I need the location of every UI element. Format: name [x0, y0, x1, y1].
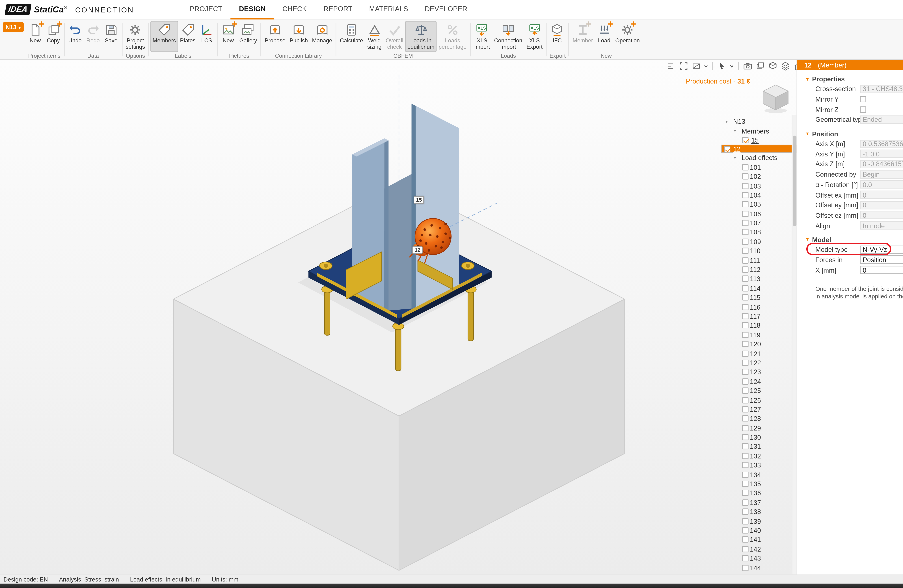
tree-load-effect-116[interactable]: 116: [721, 302, 796, 312]
load-effect-checkbox[interactable]: [742, 359, 749, 366]
load-effect-checkbox[interactable]: [742, 406, 749, 412]
viewport-3d[interactable]: Production cost - 31 € 15 12: [0, 60, 797, 575]
tree-load-effect-139[interactable]: 139: [721, 516, 796, 526]
ribbon-button-loads-xls-export[interactable]: XLSExport: [524, 21, 545, 52]
ribbon-button-pictures-new[interactable]: New: [219, 21, 237, 52]
tree-load-effect-114[interactable]: 114: [721, 284, 796, 293]
ribbon-button-labels-members[interactable]: Members: [151, 21, 178, 52]
tree-load-effect-111[interactable]: 111: [721, 256, 796, 265]
load-effect-checkbox[interactable]: [742, 369, 749, 375]
tree-load-effect-130[interactable]: 130: [721, 433, 796, 442]
load-effect-checkbox[interactable]: [742, 462, 749, 468]
load-effect-checkbox[interactable]: [742, 555, 749, 561]
load-effect-checkbox[interactable]: [742, 387, 749, 394]
load-effect-checkbox[interactable]: [742, 397, 749, 403]
tree-load-effect-137[interactable]: 137: [721, 498, 796, 507]
load-effect-checkbox[interactable]: [742, 276, 749, 282]
load-effect-checkbox[interactable]: [742, 490, 749, 496]
project-item-selector[interactable]: N13 ▾: [3, 22, 23, 32]
dropdown-icon[interactable]: [703, 61, 709, 71]
ribbon-button-data-save[interactable]: Save: [102, 21, 120, 52]
section-header-model[interactable]: ▾Model: [797, 235, 903, 245]
ribbon-button-connection-library-propose[interactable]: Propose: [263, 21, 288, 52]
menu-tab-check[interactable]: CHECK: [274, 0, 315, 19]
tree-load-effect-126[interactable]: 126: [721, 395, 796, 405]
tree-load-effect-105[interactable]: 105: [721, 200, 796, 209]
collapse-icon[interactable]: ▾: [734, 155, 740, 161]
tree-load-effect-104[interactable]: 104: [721, 190, 796, 200]
load-effect-checkbox[interactable]: [742, 210, 749, 217]
menu-tab-report[interactable]: REPORT: [315, 0, 361, 19]
load-effect-checkbox[interactable]: [742, 536, 749, 543]
tree-load-effect-138[interactable]: 138: [721, 507, 796, 517]
collapse-icon[interactable]: ▾: [806, 131, 809, 136]
tree-load-effect-121[interactable]: 121: [721, 349, 796, 358]
ribbon-button-export-ifc[interactable]: IFC: [548, 21, 566, 52]
tree-load-effect-140[interactable]: 140: [721, 526, 796, 535]
ribbon-button-loads-connection-import[interactable]: ConnectionImport: [492, 21, 524, 52]
ribbon-button-cbfem-loads-in-equilibrium[interactable]: Loads inequilibrium: [406, 21, 436, 52]
menu-tab-materials[interactable]: MATERIALS: [361, 0, 417, 19]
load-effect-checkbox[interactable]: [742, 201, 749, 207]
ribbon-button-new-load[interactable]: Load: [595, 21, 613, 52]
load-effect-checkbox[interactable]: [742, 444, 749, 450]
collapse-icon[interactable]: ▾: [734, 128, 740, 134]
load-effect-checkbox[interactable]: [742, 341, 749, 347]
tree-load-effect-123[interactable]: 123: [721, 367, 796, 377]
tree-load-effect-119[interactable]: 119: [721, 330, 796, 340]
member-label-15[interactable]: 15: [414, 196, 424, 204]
member-visibility-checkbox[interactable]: [724, 146, 730, 152]
tree-member-label[interactable]: 12: [733, 145, 741, 153]
load-effect-checkbox[interactable]: [742, 481, 749, 487]
tree-root[interactable]: ▾N13: [721, 117, 796, 126]
tree-member-12[interactable]: 12: [721, 145, 796, 153]
ribbon-button-labels-plates[interactable]: Plates: [178, 21, 198, 52]
load-effect-checkbox[interactable]: [742, 229, 749, 235]
section-header-properties[interactable]: ▾Properties: [797, 74, 903, 84]
load-effect-checkbox[interactable]: [742, 173, 749, 180]
load-effect-checkbox[interactable]: [742, 509, 749, 515]
load-effect-checkbox[interactable]: [742, 192, 749, 198]
load-effect-checkbox[interactable]: [742, 453, 749, 459]
menu-tab-project[interactable]: PROJECT: [181, 0, 231, 19]
tree-load-effect-136[interactable]: 136: [721, 488, 796, 498]
tree-load-effect-134[interactable]: 134: [721, 470, 796, 479]
tree-load-effect-133[interactable]: 133: [721, 461, 796, 470]
load-effect-checkbox[interactable]: [742, 257, 749, 263]
tree-load-effect-135[interactable]: 135: [721, 479, 796, 489]
zoom-extents-icon[interactable]: [678, 61, 689, 71]
forces-in-select[interactable]: Position▾: [860, 256, 903, 264]
load-effect-checkbox[interactable]: [742, 295, 749, 301]
clipping-planes-icon[interactable]: [691, 61, 701, 71]
ribbon-button-project-items-copy[interactable]: Copy: [44, 21, 62, 52]
tree-load-effect-128[interactable]: 128: [721, 414, 796, 423]
tree-load-effect-144[interactable]: 144: [721, 563, 796, 572]
tree-load-effect-112[interactable]: 112: [721, 265, 796, 274]
scrollbar-thumb[interactable]: [793, 136, 796, 226]
mirror-z-checkbox[interactable]: [860, 106, 866, 113]
tree-section-members[interactable]: ▾Members: [721, 126, 796, 135]
3d-scene[interactable]: [0, 60, 797, 575]
tree-load-effect-108[interactable]: 108: [721, 228, 796, 237]
load-effect-checkbox[interactable]: [742, 416, 749, 422]
load-effect-checkbox[interactable]: [742, 472, 749, 478]
load-effect-checkbox[interactable]: [742, 546, 749, 552]
measure-icon[interactable]: [666, 61, 676, 71]
tree-load-effect-110[interactable]: 110: [721, 246, 796, 256]
load-effect-checkbox[interactable]: [742, 378, 749, 384]
ribbon-button-connection-library-publish[interactable]: Publish: [288, 21, 310, 52]
load-effect-checkbox[interactable]: [742, 313, 749, 319]
menu-tab-design[interactable]: DESIGN: [231, 0, 274, 19]
collapse-icon[interactable]: ▾: [806, 237, 809, 243]
tree-load-effect-132[interactable]: 132: [721, 451, 796, 461]
load-effect-checkbox[interactable]: [742, 285, 749, 292]
ribbon-button-cbfem-weld-sizing[interactable]: Weldsizing: [365, 21, 384, 52]
tree-load-effect-141[interactable]: 141: [721, 535, 796, 544]
tree-load-effect-125[interactable]: 125: [721, 386, 796, 395]
ribbon-button-labels-lcs[interactable]: LCS: [198, 21, 216, 52]
ribbon-button-pictures-gallery[interactable]: Gallery: [237, 21, 259, 52]
ribbon-button-connection-library-manage[interactable]: Manage: [310, 21, 334, 52]
load-effect-checkbox[interactable]: [742, 322, 749, 329]
tree-section-load-effects[interactable]: ▾Load effects: [721, 153, 796, 163]
member-visibility-checkbox[interactable]: [742, 137, 749, 143]
